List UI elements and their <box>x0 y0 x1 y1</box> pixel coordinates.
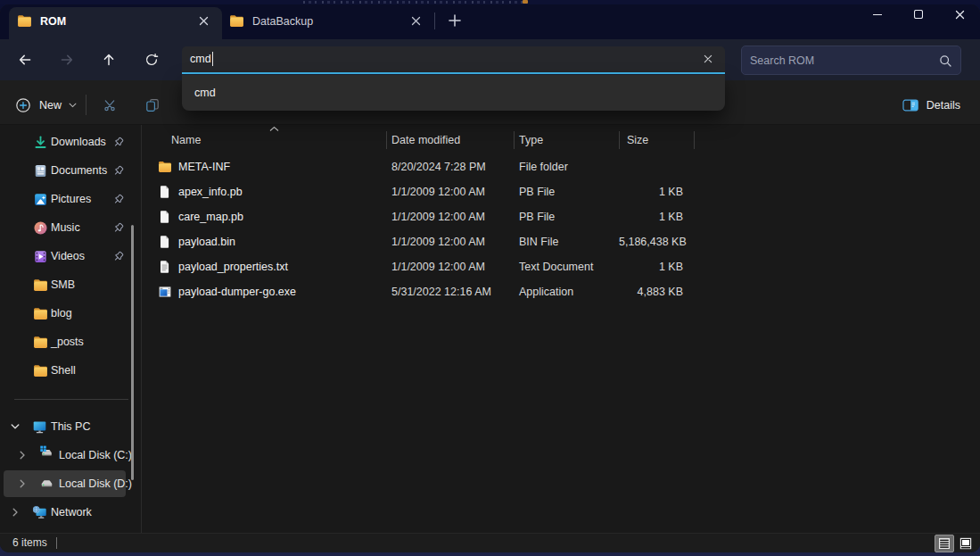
close-window-button[interactable] <box>939 4 980 24</box>
file-type: PB File <box>519 204 555 229</box>
sidebar-item-label: SMB <box>51 278 75 291</box>
column-separator[interactable] <box>514 131 515 149</box>
sidebar-item--posts[interactable]: _posts <box>4 328 126 355</box>
sidebar-item-blog[interactable]: blog <box>4 300 126 327</box>
up-arrow-icon <box>102 53 116 67</box>
file-row-payload-properties-txt[interactable]: payload_properties.txt1/1/2009 12:00 AMT… <box>142 254 980 279</box>
sort-ascending-icon <box>269 126 279 132</box>
back-arrow-icon <box>18 53 32 67</box>
column-header-date[interactable]: Date modified <box>391 130 460 150</box>
copy-icon <box>145 98 160 112</box>
file-row-meta-inf[interactable]: META-INF8/20/2024 7:28 PMFile folder <box>142 154 980 179</box>
sidebar-item-videos[interactable]: Videos <box>4 243 126 270</box>
details-button[interactable]: Details <box>894 91 968 120</box>
close-tab-button[interactable] <box>194 12 213 31</box>
file-row-apex-info-pb[interactable]: apex_info.pb1/1/2009 12:00 AMPB File1 KB <box>142 179 980 204</box>
file-explorer-window: ROM DataBackup <box>0 4 980 552</box>
pin-icon <box>112 165 124 177</box>
maximize-icon <box>914 10 923 19</box>
clear-address-button[interactable] <box>697 49 718 70</box>
file-date: 1/1/2009 12:00 AM <box>391 179 485 204</box>
sidebar-item-pictures[interactable]: Pictures <box>4 186 126 212</box>
downloads-icon <box>33 135 48 150</box>
new-button[interactable]: New <box>9 91 84 120</box>
cut-button[interactable] <box>95 91 124 120</box>
new-tab-button[interactable] <box>444 10 465 31</box>
sidebar-item-downloads[interactable]: Downloads <box>4 129 126 155</box>
sidebar-scrollbar[interactable] <box>131 225 134 480</box>
close-icon <box>199 16 209 26</box>
file-size: 1 KB <box>619 204 683 229</box>
sidebar-item-this-pc[interactable]: This PC <box>4 413 126 440</box>
column-header-type[interactable]: Type <box>519 130 543 150</box>
folder-icon <box>33 306 48 321</box>
status-divider <box>56 537 57 549</box>
sidebar-item-smb[interactable]: SMB <box>4 271 126 298</box>
sidebar-item-network[interactable]: Network <box>4 499 126 526</box>
content-area: DownloadsDocumentsPicturesMusicVideosSMB… <box>0 125 980 533</box>
chevron-right-icon[interactable] <box>18 479 27 488</box>
pin-icon <box>112 137 124 148</box>
text-file-icon <box>158 260 172 274</box>
sidebar-item-documents[interactable]: Documents <box>4 157 126 184</box>
minimize-button[interactable] <box>857 4 898 24</box>
file-name: payload_properties.txt <box>178 254 288 279</box>
column-separator[interactable] <box>386 131 387 149</box>
file-type: PB File <box>519 179 555 204</box>
file-type: File folder <box>519 154 568 179</box>
address-bar-input[interactable]: cmd <box>182 46 725 72</box>
search-placeholder: Search ROM <box>750 54 939 67</box>
sidebar-item-shell[interactable]: Shell <box>4 357 126 384</box>
details-pane-icon <box>902 98 918 112</box>
up-button[interactable] <box>96 47 121 72</box>
file-date: 5/31/2022 12:16 AM <box>391 279 491 304</box>
minimize-icon <box>873 14 882 15</box>
background-text-fragments <box>303 1 528 4</box>
copy-button[interactable] <box>138 91 167 120</box>
sidebar-item-music[interactable]: Music <box>4 214 126 241</box>
toolbar-separator <box>86 95 86 115</box>
chevron-right-icon[interactable] <box>18 451 27 460</box>
sidebar-item-label: Documents <box>51 164 107 177</box>
column-header-name[interactable]: Name <box>171 130 201 150</box>
file-row-payload-dumper-go-exe[interactable]: payload-dumper-go.exe5/31/2022 12:16 AMA… <box>142 279 980 304</box>
pin-icon <box>112 251 124 262</box>
forward-arrow-icon <box>60 53 74 67</box>
sidebar-item-local-disk-c-[interactable]: Local Disk (C:) <box>4 442 126 469</box>
folder-icon <box>17 13 32 29</box>
suggestion-item[interactable]: cmd <box>194 87 216 99</box>
tab-label: DataBackup <box>252 15 406 28</box>
background-orange-speck <box>523 0 528 4</box>
address-suggestion-dropdown: cmd <box>182 75 725 112</box>
tab-rom[interactable]: ROM <box>9 7 222 39</box>
pin-icon <box>112 222 124 234</box>
file-row-payload-bin[interactable]: payload.bin1/1/2009 12:00 AMBIN File5,18… <box>142 229 980 254</box>
maximize-button[interactable] <box>898 4 939 24</box>
back-button[interactable] <box>12 47 37 72</box>
file-type: Application <box>519 279 573 304</box>
file-row-care-map-pb[interactable]: care_map.pb1/1/2009 12:00 AMPB File1 KB <box>142 204 980 229</box>
chevron-right-icon[interactable] <box>11 508 20 517</box>
status-bar: 6 items <box>0 533 980 552</box>
sidebar-item-local-disk-d-[interactable]: Local Disk (D:) <box>4 470 126 497</box>
forward-button[interactable] <box>54 47 79 72</box>
chevron-down-icon[interactable] <box>11 422 20 431</box>
column-separator[interactable] <box>619 131 620 149</box>
close-icon <box>704 54 712 63</box>
file-list: Name Date modified Type Size META-INF8/2… <box>142 125 980 533</box>
refresh-button[interactable] <box>139 47 164 72</box>
file-icon <box>158 235 172 249</box>
column-separator[interactable] <box>694 131 695 149</box>
details-view-toggle[interactable] <box>935 535 954 552</box>
folder-icon <box>158 160 172 174</box>
scissors-icon <box>103 98 117 112</box>
close-tab-button[interactable] <box>406 12 425 31</box>
column-header-size[interactable]: Size <box>627 130 648 150</box>
file-icon <box>158 210 172 224</box>
file-size: 4,883 KB <box>619 279 683 304</box>
sidebar-item-label: Shell <box>51 364 76 377</box>
search-box[interactable]: Search ROM <box>741 46 961 75</box>
tab-databackup[interactable]: DataBackup <box>222 7 429 39</box>
thumbnail-view-icon <box>959 537 972 550</box>
thumbnail-view-toggle[interactable] <box>956 535 976 552</box>
